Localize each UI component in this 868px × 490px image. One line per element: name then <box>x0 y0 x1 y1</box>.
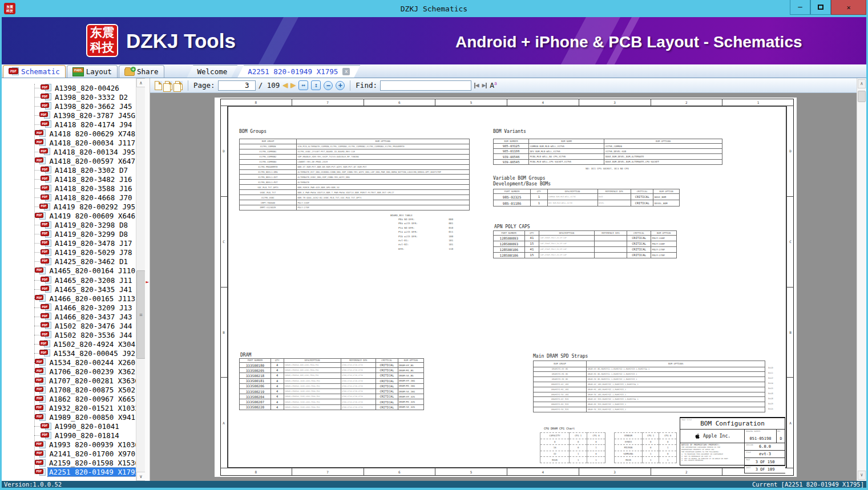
file-tree-item[interactable]: PDF A1418 820-4174 J94 <box>34 120 136 129</box>
file-name: A1398_820-3332 D2 <box>54 93 129 102</box>
table-header-cell: BOM OPTIONS <box>587 361 765 367</box>
pdf-viewer[interactable]: 87654321 87654321 DCBA DCBA BOM Groups B… <box>150 93 857 481</box>
file-tree-item[interactable]: PDF A1502 820-3536 J44 <box>34 330 136 339</box>
splitter-collapse-icon[interactable]: ► <box>146 279 149 285</box>
scroll-down-icon[interactable]: ∨ <box>136 472 146 481</box>
viewer-scroll-up-icon[interactable]: ∧ <box>858 79 866 88</box>
tab-layout[interactable]: PADS Layout <box>67 65 118 78</box>
table-cell: DEVEL_BOM <box>653 200 680 206</box>
scroll-up-icon[interactable]: ∧ <box>136 78 146 87</box>
file-tree-item[interactable]: PDF A1465_820-00164 J110 <box>34 266 136 276</box>
file-tree-item[interactable]: PDF A1419_820-3478 J17 <box>34 239 136 248</box>
tab-share[interactable]: + Share <box>119 65 164 78</box>
spd-hex-value: 0x18 <box>768 396 773 402</box>
file-tree-item[interactable]: PDF A1418_820-00134 J95 <box>34 147 136 156</box>
table-cell: X1795_BDVL1:DRG <box>240 169 297 175</box>
doc-tab-close-icon[interactable]: x <box>342 68 350 75</box>
file-tree-item[interactable]: PDF A1398_820-00426 <box>34 83 136 92</box>
file-tree-item[interactable]: PDF A1502_820-4924 X304 <box>34 339 136 349</box>
print-page-icon[interactable] <box>175 81 183 90</box>
file-name: A1466_820-3437 J43 <box>54 313 133 321</box>
find-input[interactable] <box>380 80 471 91</box>
file-tree-item[interactable]: PDF A1990_820-01041 <box>34 422 136 431</box>
file-tree-item[interactable]: PDF A1707_820-00281 X363G <box>34 376 136 386</box>
file-tree-item[interactable]: PDF A1465_820-3435 J41 <box>34 285 136 294</box>
page-number-input[interactable] <box>218 80 256 91</box>
viewer-scrollbar-thumb[interactable] <box>858 91 866 102</box>
file-tree-item[interactable]: PDF A1419_820-5029 J78 <box>34 248 136 257</box>
pdf-file-icon: PDF <box>35 386 46 394</box>
previous-page-icon[interactable]: ◀ <box>282 81 288 90</box>
table-cell: 985-01186 <box>494 200 531 206</box>
file-name: A1708_820-00875 X502 <box>48 386 136 394</box>
match-case-icon[interactable]: Aa <box>490 81 500 90</box>
logo-text-bottom: 科技 <box>90 41 114 54</box>
doc-tab-current[interactable]: A2251 820-01949 X1795 x <box>237 65 360 78</box>
file-tree-item[interactable]: PDF A1418 820-00629 X748 <box>34 129 136 138</box>
sidebar-splitter[interactable]: ► <box>145 78 150 481</box>
file-tree-item[interactable]: PDF A1534_820-00244 X260 <box>34 358 136 367</box>
tree-connector <box>34 88 40 88</box>
file-tree-item[interactable]: PDF A1425_820-3462 D1 <box>34 257 136 266</box>
file-tree-item[interactable]: PDF A1418_820-00034 J117 <box>34 138 136 147</box>
tree-connector <box>34 426 40 427</box>
table-cell: DRAM:MI_32G <box>398 399 423 404</box>
doc-tab-welcome[interactable]: Welcome <box>187 65 238 78</box>
file-tree-item[interactable]: PDF A1990_820-01814 <box>34 431 136 440</box>
single-page-icon[interactable] <box>155 81 162 90</box>
tab-schematic[interactable]: PDF Schematic <box>3 65 66 78</box>
file-tree-item[interactable]: PDF A1418_820-3302 D7 <box>34 165 136 175</box>
file-tree-item[interactable]: PDF A1706_820-00239 X362 <box>34 367 136 376</box>
file-tree-item[interactable]: PDF A1465_820-3208 J11 <box>34 276 136 285</box>
table-cell: 0 <box>643 439 659 445</box>
file-tree-item[interactable]: PDF A1418_820-4668 J70 <box>34 193 136 203</box>
file-tree-item[interactable]: PDF A1708_820-00875 X502 <box>34 386 136 395</box>
find-previous-icon[interactable]: ◀ <box>474 82 479 89</box>
sidebar-scrollbar[interactable]: ∧ ≡ ∨ <box>136 78 145 481</box>
grid-row-label: A <box>786 378 794 468</box>
fit-width-icon[interactable]: ↔ <box>298 80 308 90</box>
file-tree-item[interactable]: PDF A1398_820-3787 J45G <box>34 111 136 120</box>
table-cell: 0 <box>587 439 605 445</box>
file-tree-item[interactable]: PDF A1419_820-3298 D8 <box>34 221 136 230</box>
file-tree-item[interactable]: PDF A1862 820-00967 X665 <box>34 395 136 404</box>
export-page-icon[interactable] <box>165 81 172 90</box>
schematic-page: 87654321 87654321 DCBA DCBA BOM Groups B… <box>215 98 797 477</box>
find-next-icon[interactable]: ▶ <box>482 82 487 89</box>
table-cell: ALTERNATE <box>296 180 469 185</box>
file-tree-item[interactable]: PDF A1989_820-00850 X941 <box>34 413 136 422</box>
file-tree-item[interactable]: PDF A1418_820-3588 J16 <box>34 184 136 193</box>
fit-page-icon[interactable]: ↕ <box>311 80 321 90</box>
next-page-icon[interactable]: ▶ <box>290 81 296 90</box>
file-tree-item[interactable]: PDF A2159_820-01598 X1536 <box>34 459 136 468</box>
file-name: A1990_820-01041 <box>54 422 120 431</box>
table-cell: X1795_COMMON <box>604 143 722 148</box>
zoom-in-icon[interactable]: + <box>336 81 345 90</box>
file-name: A1989_820-00850 X941 <box>48 413 136 422</box>
file-tree-item[interactable]: PDF A2141_820-01700 X970 <box>34 449 136 459</box>
file-tree-item[interactable]: PDF A1466_820-3209 J13 <box>34 303 136 312</box>
scrollbar-thumb[interactable]: ≡ <box>136 270 146 359</box>
file-tree-item[interactable]: PDF A1932_820-01521 X1032 <box>34 404 136 413</box>
apple-logo-icon <box>694 432 700 440</box>
file-tree-item[interactable]: PDF A1466_820-00165 J113 <box>34 294 136 303</box>
zoom-out-icon[interactable]: − <box>324 81 333 90</box>
file-tree-item[interactable]: PDF A1419_820-3299 D8 <box>34 230 136 239</box>
file-tree-item[interactable]: PDF A1418_820-3482 J16 <box>34 175 136 184</box>
file-tree-item[interactable]: PDF A1419 820-00292 J95 <box>34 203 136 212</box>
file-tree-item[interactable]: PDF A1398_820-3332 D2 <box>34 92 136 102</box>
viewer-scrollbar[interactable]: ∧ ∨ <box>857 78 866 481</box>
file-tree-item[interactable]: PDF A1502 820-3476 J44 <box>34 321 136 330</box>
grid-column-label: 7 <box>292 468 364 475</box>
viewer-scroll-down-icon[interactable]: ∨ <box>858 471 866 480</box>
file-tree-item[interactable]: PDF A1466_820-3437 J43 <box>34 312 136 321</box>
file-tree-item[interactable]: PDF A1398_820-3662 J45 <box>34 102 136 111</box>
file-tree-item[interactable]: PDF A1534_820-00045 J92 <box>34 349 136 358</box>
page-of-value: 3 OF 150 <box>756 460 775 464</box>
file-tree-item[interactable]: PDF A1993 820-00939 X1036 <box>34 440 136 449</box>
file-tree-item[interactable]: PDF A2251 820-01949 X1795 <box>34 468 136 477</box>
file-tree-item[interactable]: PDF A1419 820-00609 X646 <box>34 212 136 221</box>
file-name: A1425_820-3462 D1 <box>54 257 129 266</box>
table-cell: CRITICAL <box>376 399 398 404</box>
file-tree-item[interactable]: PDF A1418_820-00597 X647 <box>34 156 136 165</box>
